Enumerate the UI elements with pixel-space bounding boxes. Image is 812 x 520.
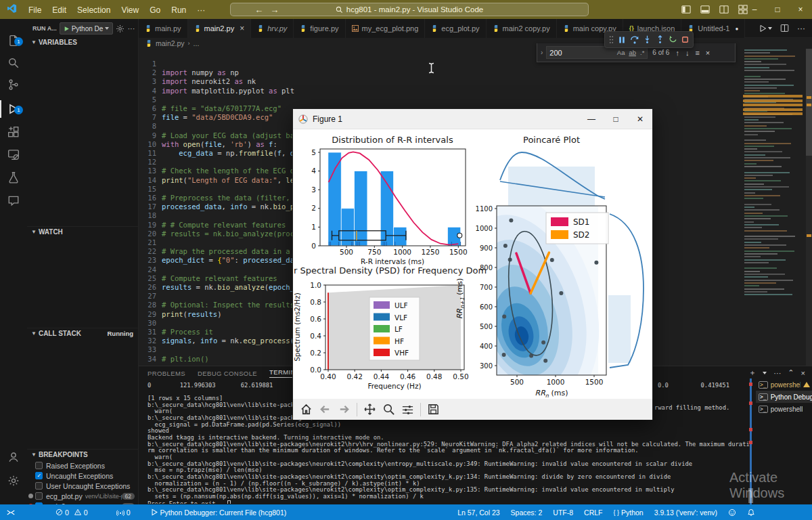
section-variables[interactable]: ▼VARIABLES <box>27 37 139 47</box>
more-actions-icon[interactable]: ··· <box>797 24 805 33</box>
menu-selection[interactable]: Selection <box>72 5 116 15</box>
figure-title-bar[interactable]: Figure 1 — □ ✕ <box>293 109 652 129</box>
code-line[interactable]: 3import neurokit2 as nk <box>139 77 812 86</box>
find-next-icon[interactable]: ↓ <box>685 49 690 57</box>
menu-run[interactable]: Run <box>166 5 191 15</box>
python-interpreter[interactable]: 3.9.13 ('venv': venv) <box>654 508 717 517</box>
step-into-button[interactable] <box>643 35 652 44</box>
pause-button[interactable] <box>618 36 626 44</box>
toggle-sidebar-icon[interactable] <box>681 5 691 14</box>
regex-icon[interactable]: .* <box>640 49 644 56</box>
comments-icon[interactable] <box>0 190 27 211</box>
find-in-selection-icon[interactable]: ≡ <box>695 49 699 57</box>
feedback-icon[interactable] <box>728 508 736 517</box>
remote-explorer-icon[interactable] <box>0 144 27 165</box>
panel-tab-problems[interactable]: PROBLEMS <box>148 370 185 377</box>
tab-main2-py[interactable]: main2.py× <box>188 19 252 38</box>
pan-button[interactable] <box>363 403 376 416</box>
chevron-down-icon[interactable] <box>763 372 767 374</box>
testing-icon[interactable] <box>0 167 27 188</box>
close-tab-icon[interactable]: × <box>240 24 244 33</box>
find-expand-chevron[interactable]: › <box>537 49 546 56</box>
breakpoint-user-uncaught-exceptions[interactable]: User Uncaught Exceptions <box>27 481 139 491</box>
menu-file[interactable]: File <box>23 5 47 15</box>
menu-view[interactable]: View <box>116 5 144 15</box>
home-button[interactable] <box>300 403 313 416</box>
explorer-icon[interactable] <box>0 30 27 51</box>
more-actions-icon[interactable]: ··· <box>773 369 781 377</box>
zoom-button[interactable] <box>382 403 395 416</box>
code-line[interactable]: 5 <box>139 95 812 104</box>
back-button[interactable] <box>319 403 332 416</box>
search-icon[interactable] <box>0 53 27 73</box>
notifications-bell-icon[interactable] <box>747 508 755 517</box>
tab-main-py[interactable]: main.py <box>139 19 188 38</box>
terminal-session-powershell[interactable]: >_powershell <box>756 403 812 415</box>
step-out-button[interactable] <box>656 35 664 44</box>
code-line[interactable]: 2import numpy as np <box>139 68 812 77</box>
terminal-session-python-debug-[interactable]: >_Python Debug ... <box>756 391 812 403</box>
remote-indicator-icon[interactable] <box>7 508 15 517</box>
menu-edit[interactable]: Edit <box>47 5 72 15</box>
extensions-icon[interactable] <box>0 122 27 142</box>
forward-button[interactable] <box>338 403 351 416</box>
maximize-panel-icon[interactable]: ⌃ <box>788 368 794 377</box>
drag-handle-icon[interactable] <box>609 35 614 44</box>
breakpoint-checkbox[interactable] <box>35 492 43 500</box>
figure-close-button[interactable]: ✕ <box>628 109 652 129</box>
breakpoint-raised-exceptions[interactable]: Raised Exceptions <box>27 460 139 471</box>
figure-maximize-button[interactable]: □ <box>604 109 628 129</box>
split-editor-icon[interactable] <box>780 24 789 32</box>
breakpoint-checkbox[interactable] <box>35 472 43 479</box>
minimize-button[interactable]: – <box>743 0 766 19</box>
run-debug-icon[interactable] <box>0 99 27 119</box>
indentation[interactable]: Spaces: 2 <box>511 508 543 517</box>
section-breakpoints[interactable]: ▼BREAKPOINTS <box>27 449 139 460</box>
encoding[interactable]: UTF-8 <box>553 508 573 517</box>
section-call-stack[interactable]: ▼CALL STACK Running <box>27 328 139 339</box>
menu-go[interactable]: Go <box>144 5 166 15</box>
minimap[interactable] <box>742 41 805 379</box>
ports-indicator[interactable]: 0 <box>116 508 131 517</box>
tab-my-ecg-plot-png[interactable]: my_ecg_plot.png <box>346 19 426 38</box>
language-mode[interactable]: { }Python <box>613 508 643 517</box>
account-icon[interactable] <box>0 447 27 467</box>
step-over-button[interactable] <box>630 35 639 45</box>
problems-indicator[interactable]: 0 0 <box>55 508 88 517</box>
breakpoint-ecg-plot-py[interactable]: ecg_plot.pyvenv\Lib\site-p...62 <box>27 491 139 501</box>
terminal-session-powershell[interactable]: >_powershell <box>756 378 812 391</box>
maximize-button[interactable]: □ <box>766 0 789 19</box>
new-terminal-icon[interactable]: ＋ <box>748 368 756 378</box>
code-line[interactable]: 4import matplotlib.pyplot as plt <box>139 87 812 95</box>
breakpoint-checkbox[interactable] <box>35 462 43 469</box>
section-watch[interactable]: ▼WATCH <box>27 226 139 237</box>
gear-icon[interactable] <box>116 24 125 33</box>
stop-button[interactable] <box>681 36 689 43</box>
settings-gear-icon[interactable] <box>0 471 27 491</box>
source-control-icon[interactable] <box>0 74 27 95</box>
breakpoint-uncaught-exceptions[interactable]: Uncaught Exceptions <box>27 471 139 481</box>
toggle-panel-icon[interactable] <box>700 5 710 14</box>
close-find-icon[interactable]: × <box>706 49 710 57</box>
whole-word-icon[interactable]: ab <box>629 49 636 56</box>
more-actions-icon[interactable]: ··· <box>127 24 135 32</box>
breakpoint-checkbox[interactable] <box>35 482 43 490</box>
save-button[interactable] <box>427 403 440 416</box>
eol-sequence[interactable]: CRLF <box>584 508 602 517</box>
find-previous-icon[interactable]: ↑ <box>675 49 679 57</box>
command-center-search[interactable]: hcg801 - main2.py - Visual Studio Code <box>230 3 589 16</box>
match-case-icon[interactable]: Aa <box>617 49 625 56</box>
tab-figure-py[interactable]: figure.py <box>294 19 345 38</box>
close-panel-icon[interactable]: × <box>801 369 805 377</box>
menu-[interactable]: ··· <box>191 5 210 15</box>
cursor-position[interactable]: Ln 57, Col 23 <box>457 508 499 517</box>
split-editor-icon[interactable] <box>719 5 729 14</box>
tab-hrv-py[interactable]: hrv.py <box>251 19 294 38</box>
run-python-file-button[interactable] <box>759 24 772 32</box>
debugger-status[interactable]: Python Debugger: Current File (hcg801) <box>151 508 287 517</box>
panel-tab-debug-console[interactable]: DEBUG CONSOLE <box>198 370 257 377</box>
restart-button[interactable] <box>669 35 677 44</box>
configure-subplots-button[interactable] <box>401 403 414 416</box>
editor-scrollbar[interactable] <box>806 41 812 366</box>
tab-main2-copy-py[interactable]: main2 copy.py <box>487 19 557 38</box>
